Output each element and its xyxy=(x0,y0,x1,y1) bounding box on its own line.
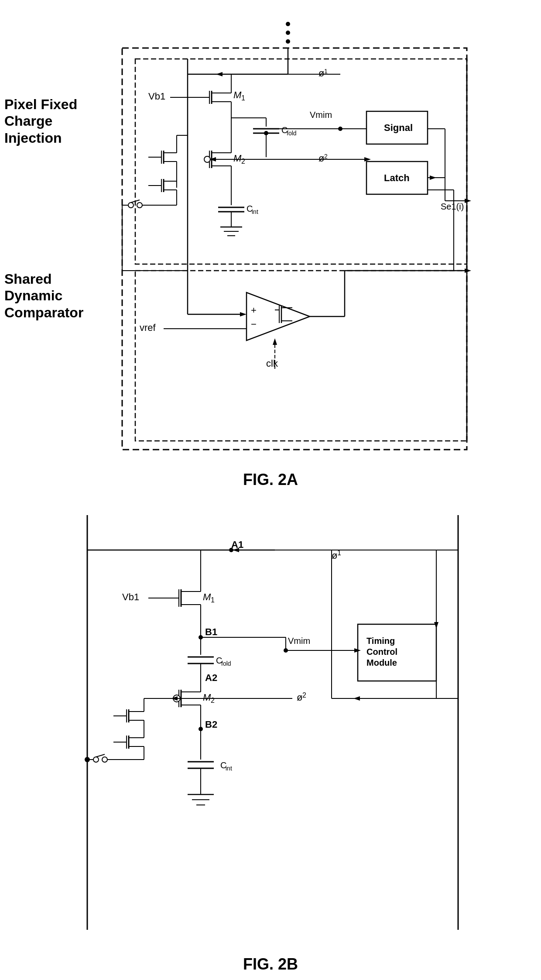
a1-label: A1 xyxy=(231,539,243,550)
m1-label-b: M xyxy=(203,591,211,602)
svg-marker-49 xyxy=(430,175,436,180)
svg-text:1: 1 xyxy=(241,94,245,102)
signal-label: Signal xyxy=(384,122,413,133)
b1-label: B1 xyxy=(205,626,217,637)
svg-text:fold: fold xyxy=(221,660,231,667)
svg-marker-91 xyxy=(247,292,310,340)
fig2b-section: A1 ø 1 Vb1 xyxy=(0,506,541,980)
svg-point-37 xyxy=(204,156,210,162)
svg-marker-90 xyxy=(240,312,247,316)
m2-label: M xyxy=(233,153,242,164)
vmim-label-b: Vmim xyxy=(288,636,310,646)
svg-point-1 xyxy=(286,31,290,35)
svg-rect-3 xyxy=(122,48,467,450)
vmim-label: Vmim xyxy=(310,110,332,120)
b2-label: B2 xyxy=(205,719,217,730)
a2-label: A2 xyxy=(205,672,217,683)
svg-text:1: 1 xyxy=(324,68,328,75)
clk-label: clk xyxy=(266,358,278,369)
svg-text:2: 2 xyxy=(241,158,245,165)
svg-text:2: 2 xyxy=(211,697,215,704)
svg-point-78 xyxy=(137,203,142,208)
fig2b-diagram: A1 ø 1 Vb1 xyxy=(44,515,502,930)
timing-label1: Timing xyxy=(366,636,395,646)
svg-text:+: + xyxy=(251,305,257,316)
shared-label: Shared DynamicComparator xyxy=(4,271,96,321)
svg-point-181 xyxy=(102,757,107,762)
svg-point-0 xyxy=(286,22,290,26)
phi1-label-b: ø xyxy=(332,550,337,561)
svg-text:2: 2 xyxy=(302,691,306,699)
svg-marker-105 xyxy=(465,268,471,273)
latch-label: Latch xyxy=(384,172,410,183)
phi2-label-b: ø xyxy=(297,692,302,703)
timing-label2: Control xyxy=(366,647,397,657)
svg-marker-54 xyxy=(465,199,471,203)
svg-text:−: − xyxy=(251,319,257,330)
vb1-label: Vb1 xyxy=(148,91,165,102)
m2-label-b: M xyxy=(203,692,211,703)
phi1-label: ø xyxy=(318,68,324,79)
svg-text:fold: fold xyxy=(287,130,297,137)
svg-text:2: 2 xyxy=(324,153,328,160)
fig2a-diagram: Vb1 M 1 ø 1 xyxy=(96,17,480,476)
svg-point-186 xyxy=(85,757,90,762)
svg-marker-154 xyxy=(353,696,360,701)
svg-marker-19 xyxy=(216,72,223,76)
svg-line-184 xyxy=(96,754,105,757)
pixel-label: Pixel FixedCharge Injection xyxy=(4,96,96,146)
svg-point-77 xyxy=(128,203,134,208)
svg-point-180 xyxy=(93,757,99,762)
sel-label: Se1(i) xyxy=(441,202,464,211)
fig2a-caption: FIG. 2A xyxy=(243,471,298,488)
timing-label3: Module xyxy=(366,658,397,667)
fig2a-section: Pixel FixedCharge Injection Shared Dynam… xyxy=(0,9,541,502)
svg-point-2 xyxy=(286,39,290,44)
svg-text:1: 1 xyxy=(211,596,215,604)
svg-rect-5 xyxy=(135,271,467,441)
m1-label: M xyxy=(233,89,242,100)
svg-text:int: int xyxy=(226,765,232,772)
fig2b-caption: FIG. 2B xyxy=(243,955,298,973)
svg-marker-41 xyxy=(209,157,216,162)
phi2-label: ø xyxy=(318,153,324,164)
vref-label: vref xyxy=(140,322,156,333)
svg-text:int: int xyxy=(252,208,258,215)
vb1-label-b: Vb1 xyxy=(122,591,139,602)
svg-marker-101 xyxy=(273,338,277,345)
page-container: Pixel FixedCharge Injection Shared Dynam… xyxy=(0,0,541,980)
svg-marker-45 xyxy=(364,157,371,162)
